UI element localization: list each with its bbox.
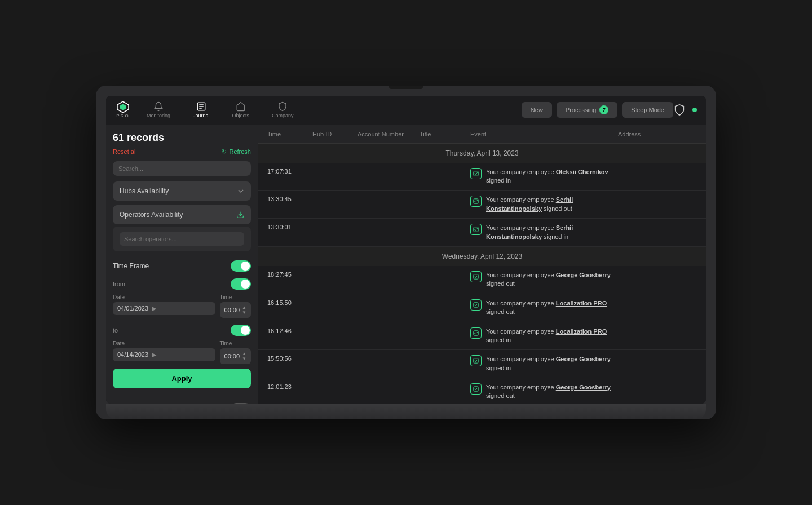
from-time-label: Time [220, 294, 251, 300]
operators-availability-filter[interactable]: Operators Availability [113, 205, 251, 224]
row-time: 16:15:50 [267, 299, 312, 306]
nav-item-monitoring[interactable]: Monitoring [142, 98, 175, 122]
journal-body: Thursday, April 13, 2023 17:07:31 Your c… [258, 144, 706, 404]
logo-pro-text: PRO [116, 113, 129, 118]
row-time: 18:27:45 [267, 271, 312, 278]
processing-button[interactable]: Processing 7 [557, 102, 617, 118]
from-time-field[interactable]: 00:00 ▲ ▼ [220, 302, 251, 318]
operators-availability-section: Operators Availability [113, 205, 251, 251]
table-row[interactable]: 16:12:46 Your company employee Localizat… [258, 322, 706, 351]
table-row[interactable]: 15:50:56 Your company employee George Go… [258, 350, 706, 378]
time-frame-label: Time Frame [113, 262, 149, 270]
to-date-time-row: Date 04/14/2023 ▶ Time 00:00 [113, 340, 251, 364]
logo: PRO [115, 101, 131, 118]
from-date-arrow: ▶ [152, 305, 156, 312]
search-input[interactable] [113, 161, 251, 176]
row-time: 17:07:31 [267, 168, 312, 175]
hubs-availability-section: Hubs Availability [113, 181, 251, 201]
account-number-section: Account Number [113, 398, 251, 404]
nav-item-company[interactable]: Company [267, 98, 298, 122]
nav-item-journal[interactable]: Journal [188, 98, 214, 122]
laptop-base [106, 404, 706, 419]
top-nav: PRO Monitoring [106, 96, 706, 125]
table-row[interactable]: 12:01:23 Your company employee George Go… [258, 378, 706, 404]
table-row[interactable]: 13:30:01 Your company employee Serhii Ko… [258, 219, 706, 247]
row-event: Your company employee Serhii Konstantino… [470, 196, 618, 213]
date-separator: Wednesday, April 12, 2023 [258, 247, 706, 266]
event-icon [470, 196, 482, 207]
row-event: Your company employee George Goosberry s… [470, 355, 618, 373]
journal-area: Time Hub ID Account Number Title Event A… [258, 125, 706, 404]
to-date-field[interactable]: 04/14/2023 ▶ [113, 348, 215, 361]
event-icon [470, 383, 482, 395]
to-time-field[interactable]: 00:00 ▲ ▼ [220, 348, 251, 364]
time-frame-toggle[interactable] [231, 260, 251, 272]
download-icon [236, 211, 244, 219]
col-account-header: Account Number [358, 131, 420, 138]
col-title-header: Title [420, 131, 470, 138]
table-row[interactable]: 13:30:45 Your company employee Serhii Ko… [258, 191, 706, 219]
from-date-field[interactable]: 04/01/2023 ▶ [113, 302, 215, 315]
event-text: Your company employee Localization PRO s… [486, 299, 618, 317]
from-row: from [113, 276, 251, 294]
main-content: 61 records Reset all ↻ Refresh Hubs Avai… [106, 125, 706, 404]
online-status-dot [692, 108, 697, 112]
row-time: 13:30:45 [267, 196, 312, 202]
event-icon [470, 271, 482, 282]
operators-dropdown [113, 227, 251, 251]
from-date-value: 04/01/2023 [117, 305, 148, 312]
from-date-label: Date [113, 294, 215, 300]
to-row: to [113, 322, 251, 340]
col-event-header: Event [470, 131, 618, 138]
reset-all-button[interactable]: Reset all [113, 148, 137, 155]
to-date-arrow: ▶ [152, 351, 156, 358]
new-button[interactable]: New [522, 102, 552, 118]
apply-button[interactable]: Apply [113, 369, 251, 388]
hubs-availability-filter[interactable]: Hubs Availability [113, 181, 251, 201]
operators-availability-label: Operators Availability [120, 211, 183, 219]
nav-journal-label: Journal [193, 113, 210, 118]
table-row[interactable]: 18:27:45 Your company employee George Go… [258, 266, 706, 294]
nav-right [673, 104, 697, 116]
event-text: Your company employee Localization PRO s… [486, 327, 618, 345]
to-time-label: Time [220, 340, 251, 347]
row-event: Your company employee Serhii Konstantino… [470, 224, 618, 241]
table-row[interactable]: 16:15:50 Your company employee Localizat… [258, 294, 706, 322]
row-event: Your company employee George Goosberry s… [470, 271, 618, 289]
table-row[interactable]: 17:07:31 Your company employee Oleksii C… [258, 163, 706, 191]
row-event: Your company employee George Goosberry s… [470, 383, 618, 401]
sidebar: 61 records Reset all ↻ Refresh Hubs Avai… [106, 125, 258, 404]
nav-objects-label: Objects [232, 113, 250, 118]
event-icon [470, 327, 482, 339]
to-time-arrows[interactable]: ▲ ▼ [242, 351, 246, 361]
to-date-value: 04/14/2023 [117, 351, 148, 358]
refresh-button[interactable]: ↻ Refresh [222, 148, 251, 156]
row-time: 15:50:56 [267, 355, 312, 362]
chevron-down-icon [237, 188, 244, 194]
event-icon [470, 224, 482, 235]
from-time-arrows[interactable]: ▲ ▼ [242, 305, 246, 315]
processing-label: Processing [566, 107, 596, 113]
nav-center-buttons: New Processing 7 Sleep Mode [522, 102, 673, 118]
refresh-label: Refresh [229, 148, 251, 155]
nav-monitoring-label: Monitoring [147, 113, 170, 118]
time-frame-section: Time Frame from Date 04/ [113, 256, 251, 394]
operators-search-input[interactable] [120, 232, 244, 246]
from-toggle[interactable] [231, 278, 251, 290]
account-number-toggle[interactable] [231, 403, 251, 404]
row-event: Your company employee Localization PRO s… [470, 327, 618, 345]
hubs-availability-label: Hubs Availability [120, 187, 169, 195]
event-icon [470, 299, 482, 311]
event-text: Your company employee George Goosberry s… [486, 383, 618, 401]
to-time-value: 00:00 [224, 353, 240, 360]
row-time: 13:30:01 [267, 224, 312, 231]
sleep-mode-button[interactable]: Sleep Mode [622, 102, 673, 118]
event-icon [470, 355, 482, 366]
to-toggle[interactable] [231, 325, 251, 336]
event-text: Your company employee George Goosberry s… [486, 271, 618, 289]
refresh-icon: ↻ [222, 148, 227, 156]
event-text: Your company employee Serhii Konstantino… [486, 196, 618, 213]
row-time: 16:12:46 [267, 327, 312, 334]
nav-item-objects[interactable]: Objects [228, 98, 254, 122]
from-date-time-row: Date 04/01/2023 ▶ Time 00:00 [113, 294, 251, 318]
